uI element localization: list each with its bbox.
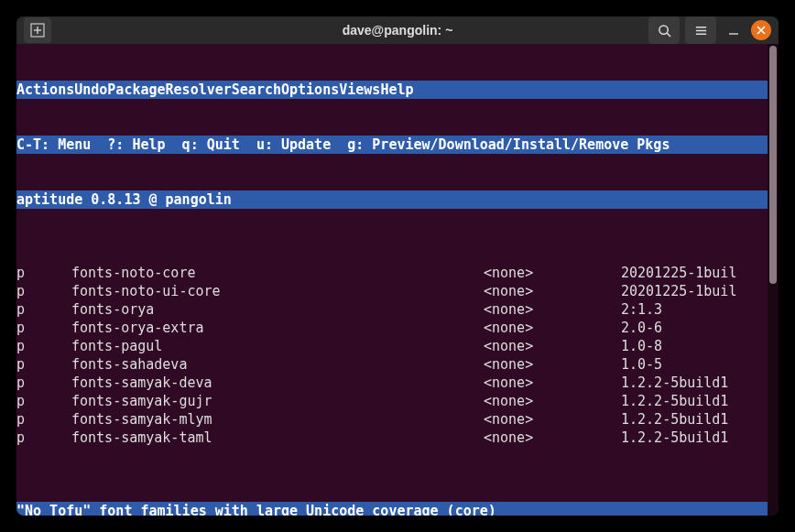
scrollbar[interactable] [768,44,779,516]
menu-help[interactable]: Help [380,81,413,99]
terminal-window: dave@pangolin: ~ Actions Undo Package Re… [16,16,779,516]
svg-point-3 [659,25,667,33]
package-row[interactable]: pfonts-pagul<none>1.0-8 [16,337,768,355]
package-list[interactable]: pfonts-noto-core<none>20201225-1builpfon… [16,264,768,447]
package-row[interactable]: pfonts-noto-ui-core<none>20201225-1buil [16,282,768,300]
package-row[interactable]: pfonts-sahadeva<none>1.0-5 [16,355,768,374]
menu-resolver[interactable]: Resolver [166,81,232,99]
version-line: aptitude 0.8.13 @ pangolin [16,190,768,209]
titlebar: dave@pangolin: ~ [16,16,779,44]
menu-undo[interactable]: Undo [74,81,107,99]
package-row[interactable]: pfonts-samyak-taml<none>1.2.2-5build1 [16,429,768,447]
menu-actions[interactable]: Actions [16,81,74,99]
menu-package[interactable]: Package [107,81,165,99]
package-row[interactable]: pfonts-noto-core<none>20201225-1buil [16,264,768,282]
new-tab-button[interactable] [24,17,51,43]
package-row[interactable]: pfonts-samyak-deva<none>1.2.2-5build1 [16,374,768,392]
aptitude-menubar[interactable]: Actions Undo Package Resolver Search Opt… [16,81,768,99]
svg-line-4 [667,33,670,37]
search-button[interactable] [648,16,680,44]
package-row[interactable]: pfonts-samyak-gujr<none>1.2.2-5build1 [16,392,768,410]
package-row[interactable]: pfonts-orya<none>2:1.3 [16,300,768,319]
menu-views[interactable]: Views [339,81,380,99]
minimize-button[interactable] [722,18,746,42]
menu-options[interactable]: Options [281,81,339,99]
package-row[interactable]: pfonts-samyak-mlym<none>1.2.2-5build1 [16,410,768,429]
key-hints: C-T: Menu ?: Help q: Quit u: Update g: P… [16,136,768,154]
scroll-thumb[interactable] [769,46,777,284]
terminal-area[interactable]: Actions Undo Package Resolver Search Opt… [16,44,779,516]
package-row[interactable]: pfonts-orya-extra<none>2.0-6 [16,319,768,337]
description-header: "No Tofu" font families with large Unico… [16,502,768,516]
terminal-content: Actions Undo Package Resolver Search Opt… [16,44,768,516]
hamburger-menu-button[interactable] [685,16,716,44]
close-button[interactable] [751,20,771,40]
menu-search[interactable]: Search [232,81,281,99]
